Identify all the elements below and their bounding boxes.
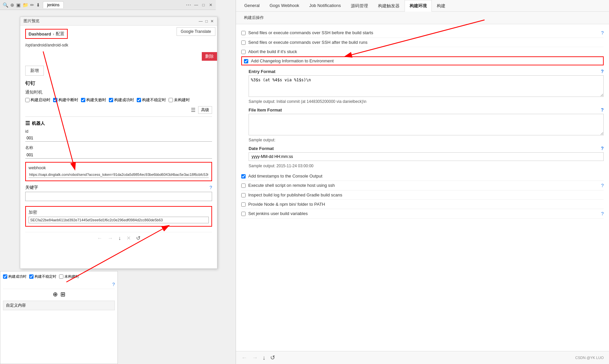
right-bottom-nav: ← → ↓ ↺ CSDN @YK LUO <box>236 351 609 364</box>
maximize-button[interactable]: □ <box>201 3 206 7</box>
notify-notbuilt-label: 未构建时 <box>174 97 190 103</box>
img-min-button[interactable]: — <box>199 19 203 24</box>
provide-node-checkbox[interactable] <box>241 202 246 207</box>
advanced-button[interactable]: 高级 <box>198 106 212 114</box>
nav-close-nav-button[interactable]: ✕ <box>126 235 131 241</box>
nav-refresh-button[interactable]: ↺ <box>136 235 140 241</box>
notify-build-unstable[interactable]: 构建不稳定时 <box>137 97 166 103</box>
encryption-input[interactable] <box>29 217 209 223</box>
bottom-grid-icon[interactable]: ⊞ <box>60 291 65 298</box>
abort-stuck-checkbox[interactable] <box>241 50 246 54</box>
bottom-success-check[interactable]: 构建成功时 <box>3 274 27 279</box>
bottom-notbuilt-check[interactable]: 未构建时 <box>59 274 79 279</box>
notify-build-success[interactable]: 构建成功时 <box>109 97 134 103</box>
keywords-help-icon[interactable]: ? <box>209 185 212 190</box>
zoom-out-icon[interactable]: 🔍 <box>3 2 8 8</box>
right-nav-download-button[interactable]: ↓ <box>263 354 266 361</box>
ssh-after-label: Send files or execute commands over SSH … <box>248 40 604 45</box>
entry-format-label: Entry Format ? <box>249 69 604 74</box>
tab-job-notifications[interactable]: Job Notifications <box>304 0 346 12</box>
tab-general[interactable]: General <box>239 0 265 12</box>
webhook-input[interactable] <box>29 172 209 178</box>
execute-shell-checkbox[interactable] <box>241 183 246 188</box>
config-content: Send files or execute commands over SSH … <box>236 24 609 351</box>
tab-source-management[interactable]: 源码管理 <box>346 0 373 12</box>
notify-interrupt-checkbox[interactable] <box>53 98 57 102</box>
notify-build-start[interactable]: 构建启动时 <box>25 97 50 103</box>
notify-label: 通知时机 <box>25 89 212 95</box>
tab-build-env[interactable]: 构建环境 <box>405 0 432 12</box>
notify-success-checkbox[interactable] <box>109 98 113 102</box>
ssh-before-checkbox[interactable] <box>241 31 246 35</box>
notify-build-fail[interactable]: 构建失败时 <box>81 97 106 103</box>
img-close-button[interactable]: ✕ <box>210 19 214 24</box>
execute-shell-row: Execute shell script on remote host usin… <box>241 181 604 190</box>
browser-tab[interactable]: jenkins <box>43 1 64 8</box>
nav-forward-button[interactable]: → <box>108 235 113 241</box>
entry-format-section: Entry Format ? %3$s (at %4$s via %1$s)\n… <box>241 69 604 104</box>
img-max-button[interactable]: □ <box>205 19 208 24</box>
notify-fail-checkbox[interactable] <box>81 98 85 102</box>
file-item-format-label: File Item Format ? <box>249 107 604 112</box>
dingtalk-section-title: 钉钉 <box>25 80 212 87</box>
tab-build-triggers[interactable]: 构建触发器 <box>373 0 405 12</box>
ssh-before-help-icon[interactable]: ? <box>601 30 604 36</box>
custom-content-label: 自定义内容 <box>6 303 26 308</box>
right-nav-back-button[interactable]: ← <box>241 354 247 361</box>
image-preview-title-bar: 图片预览 — □ ✕ <box>20 17 217 26</box>
bottom-target-icon[interactable]: ⊕ <box>53 291 58 298</box>
close-button[interactable]: ✕ <box>208 3 213 7</box>
notify-build-interrupt[interactable]: 构建中断时 <box>53 97 78 103</box>
date-format-input[interactable] <box>249 152 604 161</box>
right-nav-forward-button[interactable]: → <box>252 354 258 361</box>
notify-start-checkbox[interactable] <box>25 98 30 102</box>
breadcrumb-dashboard: Dashboard <box>29 32 51 36</box>
google-translate-button[interactable]: Google Translate <box>177 27 215 36</box>
browser-more-icon[interactable]: ⋯ <box>186 2 191 8</box>
edit-icon[interactable]: ✏ <box>30 2 34 8</box>
window-icon[interactable]: ▣ <box>16 2 21 8</box>
file-item-format-help-icon[interactable]: ? <box>601 107 604 112</box>
browser-tab-label: jenkins <box>47 3 59 7</box>
abort-stuck-label: Abort the build if it's stuck <box>248 49 604 54</box>
tab-build[interactable]: 构建 <box>432 0 450 12</box>
provide-node-row: Provide Node & npm bin/ folder to PATH <box>241 200 604 209</box>
add-changelog-checkbox[interactable] <box>244 59 248 63</box>
bottom-unstable-check[interactable]: 构建不稳定时 <box>29 274 56 279</box>
bottom-help-icon[interactable]: ? <box>112 282 115 287</box>
minimize-button[interactable]: — <box>194 3 198 7</box>
file-item-format-textarea[interactable] <box>249 114 604 135</box>
notify-unstable-label: 构建不稳定时 <box>142 97 166 103</box>
breadcrumb-box: Dashboard › 配置 <box>25 29 68 39</box>
notify-notbuilt-checkbox[interactable] <box>169 98 173 102</box>
date-format-help-icon[interactable]: ? <box>601 146 604 151</box>
zoom-in-icon[interactable]: ⊕ <box>10 2 14 8</box>
settings-icon[interactable]: ☰ <box>191 107 195 113</box>
id-input[interactable] <box>25 135 212 142</box>
inspect-gradle-checkbox[interactable] <box>241 193 246 197</box>
nav-back-button[interactable]: ← <box>97 235 103 241</box>
delete-button[interactable]: 删除 <box>202 52 217 61</box>
folder-icon[interactable]: 📁 <box>23 2 28 8</box>
entry-format-help-icon[interactable]: ? <box>601 69 604 74</box>
set-jenkins-label: Set jenkins user build variables <box>248 211 598 216</box>
sub-tab-post-build[interactable]: 构建后操作 <box>241 14 267 22</box>
notify-unstable-checkbox[interactable] <box>137 98 141 102</box>
execute-shell-label: Execute shell script on remote host usin… <box>248 183 598 188</box>
breadcrumb-separator: › <box>53 32 54 36</box>
entry-format-textarea[interactable]: %3$s (at %4$s via %1$s)\n <box>249 75 604 97</box>
keywords-input[interactable] <box>25 192 212 201</box>
add-timestamps-checkbox[interactable] <box>241 174 246 179</box>
download-icon[interactable]: ⬇ <box>36 2 40 8</box>
nav-download-button[interactable]: ↓ <box>118 235 121 241</box>
notify-not-built[interactable]: 未构建时 <box>169 97 190 103</box>
set-jenkins-checkbox[interactable] <box>241 212 246 216</box>
ssh-after-checkbox[interactable] <box>241 40 246 45</box>
new-button[interactable]: 新增 <box>25 66 44 76</box>
set-jenkins-help-icon[interactable]: ? <box>601 211 604 216</box>
right-nav-refresh-button[interactable]: ↺ <box>270 354 275 361</box>
tab-gogs-webhook[interactable]: Gogs Webhook <box>265 0 304 12</box>
execute-shell-help-icon[interactable]: ? <box>601 183 604 188</box>
name-input[interactable] <box>25 152 212 159</box>
notification-checkboxes-row: 构建启动时 构建中断时 构建失败时 构建成功时 <box>25 97 212 103</box>
